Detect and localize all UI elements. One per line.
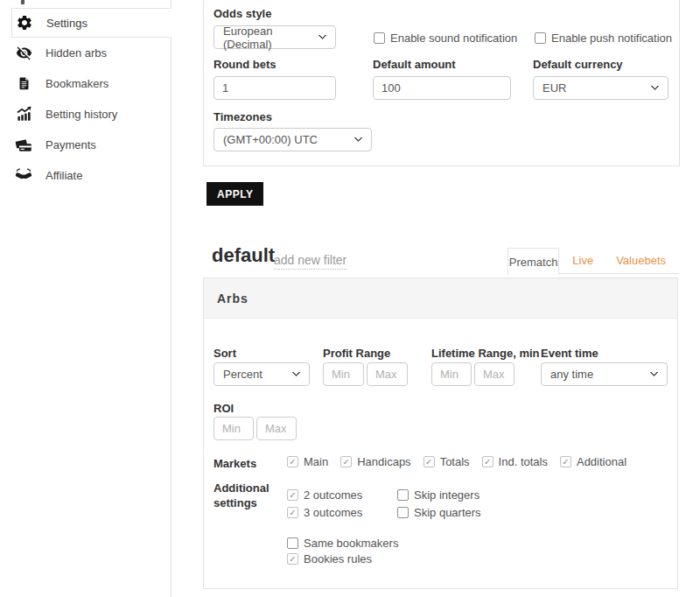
eye-off-icon <box>15 45 32 62</box>
chevron-down-icon <box>354 133 363 142</box>
round-bets-label: Round bets <box>214 58 276 71</box>
timezones-value: (GMT+00:00) UTC <box>223 133 318 146</box>
sound-notification-checkbox[interactable] <box>374 32 385 44</box>
timezones-label: Timezones <box>214 110 272 123</box>
sidebar-item-label: Settings <box>46 17 88 30</box>
default-currency-label: Default currency <box>533 58 623 71</box>
odds-style-label: Odds style <box>214 7 271 20</box>
default-currency-select[interactable]: EUR <box>533 76 668 100</box>
chevron-down-icon <box>292 368 301 376</box>
sidebar-item-label: Betting history <box>46 108 117 121</box>
sort-value: Percent <box>223 368 262 381</box>
settings-panel: Odds style European (Decimal) Enable sou… <box>203 0 680 166</box>
arbs-section-title: Arbs <box>204 278 677 319</box>
chevron-down-icon <box>651 81 660 90</box>
sort-select[interactable]: Percent <box>214 362 310 386</box>
chevron-down-icon <box>650 368 659 376</box>
sidebar-item-label: Bookmakers <box>46 77 108 90</box>
profit-range-label: Profit Range <box>323 347 390 360</box>
two-outcomes-checkbox[interactable] <box>287 489 298 501</box>
push-notification-checkbox[interactable] <box>535 32 546 44</box>
sidebar: Settings Hidden arbs Bookmakers Betting … <box>0 0 172 597</box>
push-notification-label: Enable push notification <box>551 32 672 45</box>
market-main-row: Main <box>287 455 328 468</box>
default-amount-input[interactable] <box>373 76 511 100</box>
market-ind-totals-row: Ind. totals <box>482 455 548 468</box>
market-handicaps-checkbox[interactable] <box>340 456 352 467</box>
skip-quarters-row: Skip quarters <box>397 506 481 519</box>
sidebar-item-settings[interactable]: Settings <box>11 8 172 38</box>
cut-off-icon-fragment <box>21 0 24 4</box>
bar-chart-icon <box>15 106 32 123</box>
lifetime-max-input[interactable] <box>474 362 514 386</box>
skip-integers-checkbox[interactable] <box>397 489 409 501</box>
market-handicaps-row: Handicaps <box>340 455 410 468</box>
timezones-select[interactable]: (GMT+00:00) UTC <box>214 128 372 151</box>
two-outcomes-row: 2 outcomes <box>287 488 362 502</box>
apply-button[interactable]: APPLY <box>206 182 263 206</box>
same-bookmakers-row: Same bookmakers <box>287 537 398 550</box>
checkbox-label: 3 outcomes <box>304 506 362 519</box>
roi-min-input[interactable] <box>214 417 254 440</box>
tab-prematch[interactable]: Prematch <box>508 248 559 275</box>
market-totals-checkbox[interactable] <box>424 456 435 467</box>
add-new-filter-link[interactable]: add new filter <box>274 253 346 270</box>
market-ind-totals-checkbox[interactable] <box>482 456 494 467</box>
additional-settings-label: Additional settings <box>214 481 276 510</box>
filter-title: default <box>212 244 275 267</box>
three-outcomes-checkbox[interactable] <box>287 507 298 518</box>
gear-icon <box>16 14 33 32</box>
checkbox-label: Bookies rules <box>304 552 372 565</box>
bookies-rules-row: Bookies rules <box>287 552 372 565</box>
lifetime-range-label: Lifetime Range, min <box>431 347 540 360</box>
profit-min-input[interactable] <box>323 362 364 386</box>
checkbox-label: Totals <box>440 455 470 468</box>
sidebar-item-bookmakers[interactable]: Bookmakers <box>0 68 171 99</box>
checkbox-label: Handicaps <box>357 455 410 468</box>
roi-label: ROI <box>214 402 234 415</box>
sidebar-item-betting-history[interactable]: Betting history <box>0 99 171 130</box>
credit-cards-icon <box>15 137 32 154</box>
handshake-icon <box>15 167 32 185</box>
event-time-label: Event time <box>541 347 598 360</box>
market-totals-row: Totals <box>424 455 470 468</box>
checkbox-label: Main <box>304 455 328 468</box>
sidebar-item-label: Payments <box>46 138 96 151</box>
sidebar-item-payments[interactable]: Payments <box>0 130 171 160</box>
skip-quarters-checkbox[interactable] <box>397 507 409 518</box>
tab-label: Live <box>572 254 593 267</box>
default-currency-value: EUR <box>542 81 566 95</box>
tab-live[interactable]: Live <box>559 248 606 273</box>
sidebar-item-hidden-arbs[interactable]: Hidden arbs <box>0 38 171 68</box>
checkbox-label: Skip integers <box>414 488 480 502</box>
sidebar-item-affiliate[interactable]: Affiliate <box>0 160 171 191</box>
checkbox-label: Additional <box>577 455 626 468</box>
sort-label: Sort <box>214 347 236 360</box>
market-additional-checkbox[interactable] <box>560 456 571 467</box>
profit-max-input[interactable] <box>367 362 408 386</box>
event-time-select[interactable]: any time <box>541 362 668 386</box>
event-time-value: any time <box>550 368 593 381</box>
same-bookmakers-checkbox[interactable] <box>287 537 298 549</box>
tab-label: Prematch <box>509 256 558 269</box>
round-bets-input[interactable] <box>214 76 336 100</box>
roi-max-input[interactable] <box>256 417 297 440</box>
lifetime-min-input[interactable] <box>431 362 472 386</box>
arbs-panel: Arbs Sort Percent Profit Range Lifetime … <box>203 277 678 589</box>
document-icon <box>15 75 32 93</box>
default-amount-label: Default amount <box>373 58 456 71</box>
market-main-checkbox[interactable] <box>287 456 298 467</box>
tab-label: Valuebets <box>616 254 666 267</box>
chevron-down-icon <box>318 31 327 39</box>
skip-integers-row: Skip integers <box>397 488 480 502</box>
checkbox-label: Skip quarters <box>414 506 481 519</box>
tab-valuebets[interactable]: Valuebets <box>606 248 679 273</box>
sound-notification-label: Enable sound notification <box>390 32 517 45</box>
sidebar-item-label: Affiliate <box>46 169 82 182</box>
odds-style-value: European (Decimal) <box>223 25 312 51</box>
odds-style-select[interactable]: European (Decimal) <box>214 25 336 49</box>
sound-notification-row: Enable sound notification <box>374 32 517 45</box>
bookies-rules-checkbox[interactable] <box>287 553 298 565</box>
push-notification-row: Enable push notification <box>535 32 672 45</box>
filter-tabs: Prematch Live Valuebets <box>508 248 679 274</box>
